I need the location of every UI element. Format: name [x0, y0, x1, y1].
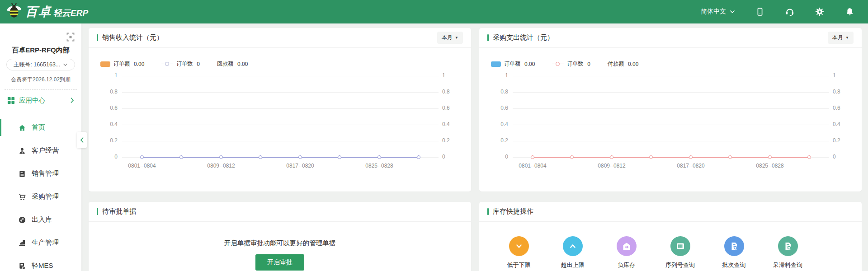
title-accent-bar: [97, 208, 98, 215]
account-selector[interactable]: 主账号: 1665163...: [6, 59, 75, 70]
chevron-down-icon: [730, 10, 735, 14]
sales-doc-icon: [18, 170, 26, 178]
period-selector[interactable]: 本月: [437, 32, 463, 44]
mobile-app-icon[interactable]: [755, 7, 765, 17]
chevron-right-icon: [70, 97, 74, 103]
settings-gear-icon[interactable]: [815, 7, 825, 17]
document-search-icon: [724, 236, 744, 256]
quick-action-dead-stock-lookup[interactable]: 呆滞料查询: [761, 236, 815, 269]
company-name: 百卓ERP-RFQ内部: [0, 46, 81, 55]
legend-line-marker: [161, 61, 173, 67]
sidebar-item-warehouse[interactable]: 出入库: [0, 208, 81, 231]
top-header: 百卓 轻云ERP 简体中文: [0, 0, 868, 23]
app-center-entry[interactable]: 应用中心: [0, 91, 81, 110]
card-title: 库存快捷操作: [493, 207, 533, 216]
app-grid-icon: [7, 97, 15, 104]
notifications-bell-icon[interactable]: [844, 7, 854, 17]
chart-legend: 订单额 0.00 订单数 0 回款额 0.00: [89, 60, 471, 68]
warehouse-out-icon: [617, 236, 637, 256]
home-icon: [18, 124, 26, 132]
legend-order-amount[interactable]: 订单额 0.00: [100, 60, 144, 68]
quick-action-above-upper-limit[interactable]: 超出上限: [546, 236, 599, 269]
title-accent-bar: [487, 34, 489, 41]
legend-order-count[interactable]: 订单数 0: [161, 60, 200, 68]
sidebar-item-home[interactable]: 首页: [0, 116, 81, 139]
legend-payment-received[interactable]: 回款额 0.00: [217, 60, 248, 68]
legend-payment-made[interactable]: 付款额 0.00: [608, 60, 638, 68]
chevron-up-icon: [563, 236, 583, 256]
customer-service-icon[interactable]: [785, 7, 795, 17]
in-out-icon: [18, 216, 26, 224]
membership-expiry-notice: 会员将于2026.12.02到期: [0, 76, 81, 84]
sidebar-item-sales[interactable]: 销售管理: [0, 162, 81, 185]
chevron-down-icon: [63, 63, 68, 66]
legend-line-marker: [552, 61, 564, 67]
card-title: 待审批单据: [102, 207, 136, 216]
qr-scan-icon[interactable]: [65, 32, 76, 44]
legend-order-count[interactable]: 订单数 0: [552, 60, 590, 68]
barcode-icon: [670, 236, 690, 256]
purchase-line-chart: 11 0.80.8 0.60.6 0.40.4 0.20.2 00 0801--…: [479, 70, 862, 178]
quick-action-below-lower-limit[interactable]: 低于下限: [492, 236, 546, 269]
doc-gear-icon: [18, 262, 26, 270]
inventory-quick-actions-card: 库存快捷操作 低于下限 超出上限 负库存: [479, 202, 862, 271]
sidebar-item-customers[interactable]: 客户经营: [0, 139, 81, 162]
document-search-icon: [778, 236, 798, 256]
quick-actions-row: 低于下限 超出上限 负库存: [479, 236, 862, 269]
approval-hint-text: 开启单据审批功能可以更好的管理单据: [89, 239, 471, 248]
card-title: 销售收入统计（元）: [102, 33, 163, 42]
legend-bar-swatch: [100, 61, 110, 67]
card-title: 采购支出统计（元）: [493, 33, 554, 42]
title-accent-bar: [97, 34, 98, 41]
title-accent-bar: [487, 208, 489, 215]
sidebar-collapse-button[interactable]: [77, 132, 87, 148]
sidebar-menu: 首页 客户经营 销售管理 采购管理: [0, 116, 81, 271]
app-center-label: 应用中心: [19, 96, 45, 105]
legend-order-amount[interactable]: 订单额 0.00: [491, 60, 535, 68]
divider: [5, 89, 77, 90]
quick-action-serial-lookup[interactable]: 序列号查询: [653, 236, 707, 269]
sidebar-item-purchasing[interactable]: 采购管理: [0, 185, 81, 208]
app-logo[interactable]: 百卓 轻云ERP: [6, 3, 88, 21]
chevron-down-icon: [509, 236, 529, 256]
sales-revenue-card: 销售收入统计（元） 本月 订单额 0.00 订单数 0 回款额 0.00 11 …: [89, 28, 471, 192]
language-selector[interactable]: 简体中文: [701, 8, 735, 16]
app-title: 百卓 轻云ERP: [25, 4, 88, 20]
bee-logo-icon: [6, 3, 22, 21]
sales-line-chart: 11 0.80.8 0.60.6 0.40.4 0.20.2 00 0801--…: [89, 70, 471, 178]
quick-action-negative-stock[interactable]: 负库存: [599, 236, 653, 269]
purchase-spending-card: 采购支出统计（元） 本月 订单额 0.00 订单数 0 付款额 0.00 11 …: [479, 28, 862, 192]
person-icon: [18, 147, 26, 155]
quick-action-batch-lookup[interactable]: 批次查询: [707, 236, 761, 269]
enable-approval-button[interactable]: 开启审批: [255, 254, 304, 271]
sidebar: 百卓ERP-RFQ内部 主账号: 1665163... 会员将于2026.12.…: [0, 23, 81, 271]
account-label: 主账号: 1665163...: [14, 61, 61, 69]
period-selector[interactable]: 本月: [828, 32, 854, 44]
sidebar-item-production[interactable]: 生产管理: [0, 231, 81, 254]
chevron-left-icon: [80, 137, 84, 143]
machine-icon: [18, 239, 26, 247]
sidebar-item-mes[interactable]: 轻MES: [0, 254, 81, 271]
cart-icon: [18, 193, 26, 201]
legend-bar-swatch: [491, 61, 501, 67]
pending-approval-card: 待审批单据 开启单据审批功能可以更好的管理单据 开启审批: [89, 202, 471, 271]
chart-legend: 订单额 0.00 订单数 0 付款额 0.00: [479, 60, 862, 68]
